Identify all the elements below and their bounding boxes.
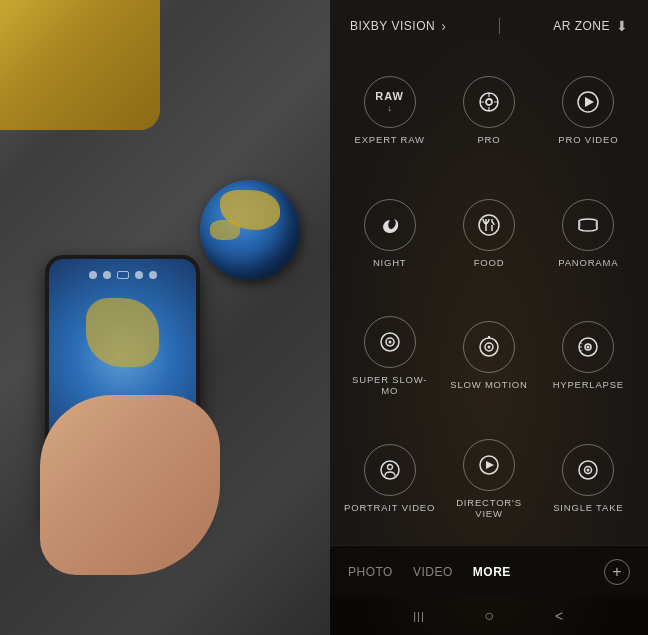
slow-motion-label: SLOW MOTION xyxy=(450,379,527,390)
svg-point-13 xyxy=(487,346,490,349)
camera-viewfinder-panel: PORTRAIT PHOTO VIDEO xyxy=(0,0,330,635)
bixby-vision-nav[interactable]: BIXBY VISION › xyxy=(350,18,446,34)
system-navigation-bar: ||| ○ < xyxy=(330,597,648,635)
directors-view-label: DIRECTOR'S VIEW xyxy=(443,497,534,519)
night-icon xyxy=(364,199,416,251)
more-mode-btn[interactable]: MORE xyxy=(473,565,511,579)
mode-slow-motion[interactable]: SLOW MOTION xyxy=(439,295,538,418)
phone-settings-icon xyxy=(89,271,97,279)
panorama-icon-svg xyxy=(575,212,601,238)
video-mode-btn[interactable]: VIDEO xyxy=(413,565,453,579)
hyperlapse-icon xyxy=(562,321,614,373)
expert-raw-icon: RAW ↓ xyxy=(364,76,416,128)
food-icon-svg xyxy=(476,212,502,238)
svg-marker-2 xyxy=(585,97,594,107)
directors-view-icon xyxy=(463,439,515,491)
ar-zone-nav[interactable]: AR ZONE ⬇ xyxy=(553,18,628,34)
svg-point-22 xyxy=(387,465,392,470)
hyperlapse-label: HYPERLAPSE xyxy=(553,379,624,390)
pro-video-icon-svg xyxy=(575,89,601,115)
bixby-vision-arrow-icon: › xyxy=(441,18,446,34)
nav-divider xyxy=(499,18,500,34)
phone-controls-top xyxy=(49,265,196,285)
back-btn[interactable]: < xyxy=(549,606,569,626)
single-take-icon xyxy=(562,444,614,496)
svg-point-4 xyxy=(479,215,499,235)
add-mode-btn[interactable]: + xyxy=(604,559,630,585)
svg-point-27 xyxy=(587,469,590,472)
single-take-label: SINGLE TAKE xyxy=(553,502,623,513)
pro-icon-svg xyxy=(476,89,502,115)
phone-flip-icon xyxy=(149,271,157,279)
phone-flash-icon xyxy=(103,271,111,279)
bixby-vision-label: BIXBY VISION xyxy=(350,19,435,33)
phone-ratio-icon xyxy=(117,271,129,279)
slow-motion-icon-svg xyxy=(476,334,502,360)
raw-download-icon: ↓ xyxy=(387,103,392,113)
raw-text: RAW xyxy=(375,90,404,102)
recent-apps-btn[interactable]: ||| xyxy=(409,606,429,626)
panorama-label: PANORAMA xyxy=(558,257,618,268)
hand xyxy=(40,395,220,575)
panorama-icon xyxy=(562,199,614,251)
mode-pro-video[interactable]: PRO VIDEO xyxy=(539,49,638,172)
portrait-video-label: PORTRAIT VIDEO xyxy=(344,502,435,513)
background-texture: PORTRAIT PHOTO VIDEO xyxy=(0,0,330,635)
home-btn[interactable]: ○ xyxy=(479,606,499,626)
svg-point-1 xyxy=(486,99,492,105)
phone-in-hand: PORTRAIT PHOTO VIDEO xyxy=(30,255,230,575)
night-label: NIGHT xyxy=(373,257,407,268)
expert-raw-label: EXPERT RAW xyxy=(355,134,425,145)
hyperlapse-icon-svg xyxy=(575,334,601,360)
portrait-video-icon-svg xyxy=(377,457,403,483)
pro-video-icon xyxy=(562,76,614,128)
super-slow-mo-label: SUPER SLOW-MO xyxy=(344,374,435,396)
night-icon-svg xyxy=(377,212,403,238)
portrait-video-icon xyxy=(364,444,416,496)
mode-single-take[interactable]: SINGLE TAKE xyxy=(539,417,638,540)
top-navigation: BIXBY VISION › AR ZONE ⬇ xyxy=(330,0,648,44)
mode-hyperlapse[interactable]: HYPERLAPSE xyxy=(539,295,638,418)
svg-marker-24 xyxy=(486,461,494,469)
bottom-mode-bar: PHOTO VIDEO MORE + xyxy=(330,545,648,597)
ar-zone-label: AR ZONE xyxy=(553,19,610,33)
photo-mode-btn[interactable]: PHOTO xyxy=(348,565,393,579)
mode-pro[interactable]: PRO xyxy=(439,49,538,172)
yellow-cushion xyxy=(0,0,160,130)
mode-portrait-video[interactable]: PORTRAIT VIDEO xyxy=(340,417,439,540)
super-slow-mo-icon xyxy=(364,316,416,368)
svg-point-17 xyxy=(587,346,590,349)
mode-expert-raw[interactable]: RAW ↓ EXPERT RAW xyxy=(340,49,439,172)
pro-icon xyxy=(463,76,515,128)
camera-modes-grid: RAW ↓ EXPERT RAW PRO xyxy=(330,44,648,545)
food-label: FOOD xyxy=(474,257,505,268)
mode-night[interactable]: NIGHT xyxy=(340,172,439,295)
food-icon xyxy=(463,199,515,251)
super-slow-mo-icon-svg xyxy=(377,329,403,355)
phone-timer-icon xyxy=(135,271,143,279)
single-take-icon-svg xyxy=(575,457,601,483)
svg-point-10 xyxy=(388,340,391,343)
ar-zone-download-icon: ⬇ xyxy=(616,18,628,34)
slow-motion-icon xyxy=(463,321,515,373)
mode-panorama[interactable]: PANORAMA xyxy=(539,172,638,295)
pro-video-label: PRO VIDEO xyxy=(558,134,618,145)
camera-modes-panel: BIXBY VISION › AR ZONE ⬇ RAW ↓ EXPERT RA… xyxy=(330,0,648,635)
directors-view-icon-svg xyxy=(476,452,502,478)
pro-label: PRO xyxy=(477,134,500,145)
mode-super-slow-mo[interactable]: SUPER SLOW-MO xyxy=(340,295,439,418)
mode-directors-view[interactable]: DIRECTOR'S VIEW xyxy=(439,417,538,540)
mode-food[interactable]: FOOD xyxy=(439,172,538,295)
